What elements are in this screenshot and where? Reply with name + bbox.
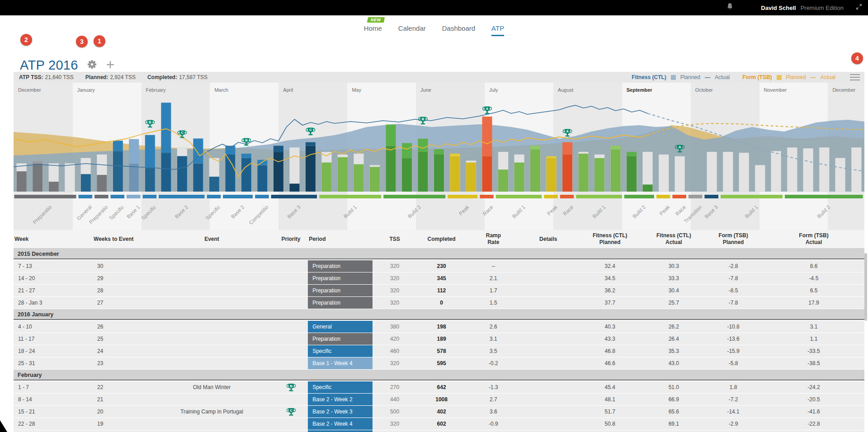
week-bar-completed[interactable] bbox=[547, 158, 557, 192]
week-bar-completed-overflow[interactable] bbox=[145, 135, 155, 168]
week-bar-completed-overflow[interactable] bbox=[113, 141, 123, 151]
table-row[interactable]: 1 - 722Old Man WinterBSpecific270642-1.3… bbox=[14, 381, 864, 393]
week-bar-completed[interactable] bbox=[386, 146, 396, 192]
week-bar-completed[interactable] bbox=[274, 152, 283, 192]
week-bar-completed-overflow[interactable] bbox=[33, 161, 42, 164]
week-bar-planned[interactable] bbox=[851, 147, 861, 192]
week-bar-completed[interactable] bbox=[434, 155, 444, 192]
table-row[interactable]: 18 - 2424Specific4605783.546.835.3-15.9-… bbox=[14, 345, 864, 357]
week-bar-planned[interactable] bbox=[659, 155, 669, 192]
event-trophy-B[interactable]: B bbox=[146, 120, 154, 128]
table-row[interactable]: 15 - 2120Training Camp in PortugalCBase … bbox=[14, 406, 864, 418]
week-bar-planned[interactable] bbox=[675, 156, 685, 192]
week-bar-completed[interactable] bbox=[450, 156, 460, 192]
week-bar-planned[interactable] bbox=[803, 148, 813, 192]
tab-atp[interactable]: ATP bbox=[491, 24, 504, 36]
week-bar-completed-overflow[interactable] bbox=[450, 154, 460, 156]
table-row[interactable]: 11 - 1725Preparation4201893.143.326.4-13… bbox=[14, 333, 864, 345]
week-bar-completed[interactable] bbox=[370, 167, 380, 192]
chart-menu-icon[interactable] bbox=[850, 72, 860, 82]
week-bar-completed[interactable] bbox=[466, 163, 476, 192]
week-bar-completed[interactable] bbox=[289, 183, 299, 192]
vertical-scrollbar[interactable] bbox=[864, 253, 867, 321]
week-bar-completed[interactable] bbox=[514, 163, 524, 192]
week-bar-completed-overflow[interactable] bbox=[386, 125, 396, 146]
week-bar-completed[interactable] bbox=[33, 164, 42, 192]
week-bar-completed[interactable] bbox=[241, 158, 251, 192]
week-bar-completed[interactable] bbox=[594, 158, 604, 192]
week-bar-completed-overflow[interactable] bbox=[562, 142, 572, 155]
week-bar-completed[interactable] bbox=[225, 155, 235, 192]
week-bar-planned[interactable] bbox=[723, 152, 733, 192]
notifications-bell-icon[interactable] bbox=[726, 3, 734, 13]
week-bar-completed-overflow[interactable] bbox=[627, 152, 637, 156]
week-bar-completed-overflow[interactable] bbox=[482, 117, 492, 156]
week-bar-completed[interactable] bbox=[81, 174, 91, 192]
week-bar-completed-overflow[interactable] bbox=[161, 103, 171, 153]
fullscreen-icon[interactable] bbox=[855, 3, 863, 12]
week-bar-completed-overflow[interactable] bbox=[274, 146, 283, 152]
add-plan-plus-icon[interactable] bbox=[106, 60, 115, 71]
week-bar-completed[interactable] bbox=[145, 168, 155, 192]
week-bar-completed-overflow[interactable] bbox=[547, 156, 557, 158]
week-bar-completed[interactable] bbox=[611, 149, 621, 192]
week-bar-planned[interactable] bbox=[739, 153, 749, 192]
week-bar-completed[interactable] bbox=[321, 163, 331, 192]
settings-gear-icon[interactable] bbox=[87, 60, 97, 71]
table-row[interactable]: 7 - 1330Preparation320230--32.430.3-2.88… bbox=[14, 260, 864, 272]
week-bar-planned[interactable] bbox=[65, 164, 75, 192]
week-bar-completed-overflow[interactable] bbox=[225, 146, 235, 155]
week-bar-completed[interactable] bbox=[161, 153, 171, 192]
table-row[interactable]: 28 - Jan 327Preparation32001.537.725.7-7… bbox=[14, 297, 864, 309]
week-bar-planned[interactable] bbox=[787, 147, 797, 192]
table-row[interactable]: 21 - 2728Preparation3201121.736.230.4-8.… bbox=[14, 285, 864, 296]
week-bar-completed[interactable] bbox=[418, 152, 428, 192]
table-row[interactable]: 14 - 2029Preparation3203452.134.533.3-7.… bbox=[14, 272, 864, 284]
week-bar-completed[interactable] bbox=[257, 165, 267, 192]
event-trophy-C[interactable]: C bbox=[178, 131, 186, 138]
week-bar-completed[interactable] bbox=[643, 184, 653, 192]
week-bar-completed[interactable] bbox=[177, 156, 187, 192]
week-bar-completed[interactable] bbox=[209, 177, 219, 192]
week-bar-planned[interactable] bbox=[819, 147, 829, 192]
week-bar-completed[interactable] bbox=[193, 164, 203, 192]
week-bar-completed[interactable] bbox=[97, 175, 107, 192]
tab-dashboard[interactable]: Dashboard bbox=[442, 24, 475, 36]
week-bar-completed[interactable] bbox=[562, 155, 572, 192]
event-trophy-A[interactable]: A bbox=[483, 107, 491, 114]
event-trophy-B[interactable]: B bbox=[242, 138, 250, 146]
tab-home[interactable]: HomeNEW bbox=[364, 24, 382, 36]
table-row[interactable]: 29 - Mar 618Specific3801690.551.362.1-2.… bbox=[14, 430, 864, 432]
week-bar-completed[interactable] bbox=[354, 164, 363, 192]
week-bar-planned[interactable] bbox=[771, 151, 781, 192]
week-bar-completed-overflow[interactable] bbox=[434, 149, 444, 155]
week-bar-completed[interactable] bbox=[49, 182, 59, 192]
atp-chart-svg[interactable]: PreparatioGeneralPreparatioSpecificBase … bbox=[14, 99, 864, 230]
week-bar-completed[interactable] bbox=[113, 151, 123, 192]
table-row[interactable]: 25 - 3123Base 1 - Week 4320595-0.246.643… bbox=[14, 357, 864, 369]
week-bar-completed[interactable] bbox=[129, 164, 139, 192]
week-bar-completed[interactable] bbox=[579, 154, 589, 192]
tab-calendar[interactable]: Calendar bbox=[398, 24, 426, 36]
week-bar-completed-overflow[interactable] bbox=[418, 139, 428, 152]
week-bar-completed[interactable] bbox=[498, 169, 508, 192]
user-avatar[interactable] bbox=[741, 0, 756, 15]
week-bar-completed[interactable] bbox=[482, 156, 492, 192]
week-bar-completed-overflow[interactable] bbox=[129, 139, 139, 164]
week-bar-completed-overflow[interactable] bbox=[306, 142, 316, 146]
week-bar-completed[interactable] bbox=[530, 149, 540, 192]
event-trophy-C[interactable]: C bbox=[306, 128, 315, 136]
week-bar-completed-overflow[interactable] bbox=[402, 143, 412, 158]
week-bar-completed[interactable] bbox=[338, 157, 348, 192]
table-row[interactable]: 8 - 1421Base 2 - Week 244010082.748.166.… bbox=[14, 394, 864, 405]
week-bar-completed-overflow[interactable] bbox=[611, 146, 621, 150]
week-bar-completed[interactable] bbox=[306, 146, 316, 192]
event-trophy-B[interactable]: B bbox=[419, 117, 427, 125]
week-bar-planned[interactable] bbox=[707, 152, 717, 192]
week-bar-completed[interactable] bbox=[627, 156, 637, 192]
week-bar-completed-overflow[interactable] bbox=[241, 154, 251, 158]
table-row[interactable]: 4 - 1026General3801982.640.326.2-10.83.1 bbox=[14, 321, 864, 333]
table-row[interactable]: 22 - 2819Base 2 - Week 4320602-0.950.869… bbox=[14, 418, 864, 430]
week-bar-planned[interactable] bbox=[755, 165, 765, 192]
event-trophy-A[interactable]: A bbox=[563, 129, 571, 137]
